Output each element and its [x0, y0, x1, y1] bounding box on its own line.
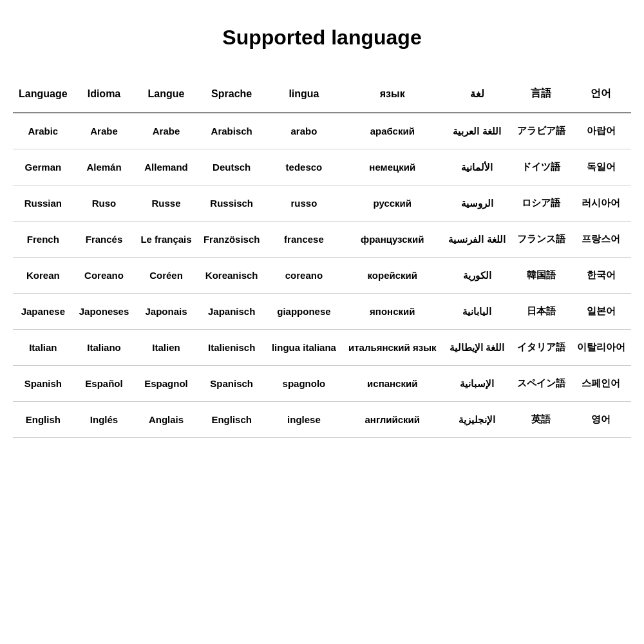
cell-spanish: Alemán: [73, 149, 135, 185]
cell-spanish: Japoneses: [73, 294, 135, 330]
cell-german: Französisch: [198, 222, 266, 258]
cell-english: German: [13, 149, 73, 185]
header-korean: 언어: [571, 75, 631, 113]
language-table: Language Idioma Langue Sprache lingua яз…: [13, 75, 631, 438]
cell-arabic: الإنجليزية: [442, 402, 511, 438]
cell-french: Anglais: [135, 402, 197, 438]
header-russian: язык: [342, 75, 442, 113]
cell-french: Japonais: [135, 294, 197, 330]
cell-spanish: Francés: [73, 222, 135, 258]
cell-japanese: ロシア語: [511, 185, 571, 222]
cell-french: Russe: [135, 185, 197, 222]
cell-french: Coréen: [135, 258, 197, 294]
cell-german: Italienisch: [198, 330, 266, 366]
cell-italian: russo: [266, 185, 343, 222]
table-row: EnglishInglésAnglaisEnglischingleseангли…: [13, 402, 631, 438]
cell-arabic: الكورية: [442, 258, 511, 294]
table-row: KoreanCoreanoCoréenKoreanischcoreanoкоре…: [13, 258, 631, 294]
cell-french: Arabe: [135, 113, 197, 149]
cell-russian: французский: [342, 222, 442, 258]
cell-arabic: اللغة الإيطالية: [442, 330, 511, 366]
cell-arabic: اليابانية: [442, 294, 511, 330]
cell-russian: немецкий: [342, 149, 442, 185]
header-arabic: لغة: [442, 75, 511, 113]
cell-korean: 영어: [571, 402, 631, 438]
cell-arabic: الروسية: [442, 185, 511, 222]
cell-german: Russisch: [198, 185, 266, 222]
cell-japanese: スペイン語: [511, 366, 571, 402]
cell-english: Japanese: [13, 294, 73, 330]
cell-korean: 이탈리아어: [571, 330, 631, 366]
cell-german: Japanisch: [198, 294, 266, 330]
cell-french: Italien: [135, 330, 197, 366]
cell-japanese: イタリア語: [511, 330, 571, 366]
cell-italian: spagnolo: [266, 366, 343, 402]
page-title: Supported language: [222, 26, 421, 50]
table-row: JapaneseJaponesesJaponaisJapanischgiappo…: [13, 294, 631, 330]
cell-russian: арабский: [342, 113, 442, 149]
cell-spanish: Inglés: [73, 402, 135, 438]
header-french: Langue: [135, 75, 197, 113]
cell-japanese: 英語: [511, 402, 571, 438]
cell-russian: испанский: [342, 366, 442, 402]
cell-arabic: الإسبانية: [442, 366, 511, 402]
cell-korean: 한국어: [571, 258, 631, 294]
cell-korean: 프랑스어: [571, 222, 631, 258]
cell-italian: francese: [266, 222, 343, 258]
cell-italian: arabo: [266, 113, 343, 149]
cell-german: Koreanisch: [198, 258, 266, 294]
header-spanish: Idioma: [73, 75, 135, 113]
header-italian: lingua: [266, 75, 343, 113]
cell-korean: 스페인어: [571, 366, 631, 402]
table-row: SpanishEspañolEspagnolSpanischspagnoloис…: [13, 366, 631, 402]
header-english: Language: [13, 75, 73, 113]
cell-korean: 러시아어: [571, 185, 631, 222]
cell-spanish: Italiano: [73, 330, 135, 366]
cell-english: Arabic: [13, 113, 73, 149]
cell-russian: русский: [342, 185, 442, 222]
cell-russian: итальянский язык: [342, 330, 442, 366]
cell-italian: coreano: [266, 258, 343, 294]
cell-korean: 일본어: [571, 294, 631, 330]
cell-italian: giapponese: [266, 294, 343, 330]
table-row: FrenchFrancésLe françaisFranzösischfranc…: [13, 222, 631, 258]
cell-spanish: Coreano: [73, 258, 135, 294]
cell-french: Le français: [135, 222, 197, 258]
cell-english: French: [13, 222, 73, 258]
cell-japanese: フランス語: [511, 222, 571, 258]
cell-korean: 아랍어: [571, 113, 631, 149]
cell-japanese: ドイツ語: [511, 149, 571, 185]
cell-russian: английский: [342, 402, 442, 438]
cell-russian: корейский: [342, 258, 442, 294]
cell-arabic: الألمانية: [442, 149, 511, 185]
cell-german: Englisch: [198, 402, 266, 438]
table-header-row: Language Idioma Langue Sprache lingua яз…: [13, 75, 631, 113]
cell-english: Italian: [13, 330, 73, 366]
cell-spanish: Arabe: [73, 113, 135, 149]
cell-arabic: اللغة الفرنسية: [442, 222, 511, 258]
table-row: GermanAlemánAllemandDeutschtedescoнемецк…: [13, 149, 631, 185]
cell-italian: inglese: [266, 402, 343, 438]
table-row: ItalianItalianoItalienItalienischlingua …: [13, 330, 631, 366]
table-row: RussianRusoRusseRussischrussoрусскийالرو…: [13, 185, 631, 222]
cell-english: Russian: [13, 185, 73, 222]
cell-spanish: Español: [73, 366, 135, 402]
cell-spanish: Ruso: [73, 185, 135, 222]
header-japanese: 言語: [511, 75, 571, 113]
header-german: Sprache: [198, 75, 266, 113]
table-row: ArabicArabeArabeArabischaraboарабскийالل…: [13, 113, 631, 149]
cell-german: Deutsch: [198, 149, 266, 185]
cell-german: Spanisch: [198, 366, 266, 402]
cell-english: English: [13, 402, 73, 438]
cell-russian: японский: [342, 294, 442, 330]
cell-french: Espagnol: [135, 366, 197, 402]
cell-arabic: اللغة العربية: [442, 113, 511, 149]
cell-japanese: 韓国語: [511, 258, 571, 294]
cell-italian: lingua italiana: [266, 330, 343, 366]
cell-italian: tedesco: [266, 149, 343, 185]
cell-english: Korean: [13, 258, 73, 294]
cell-english: Spanish: [13, 366, 73, 402]
cell-french: Allemand: [135, 149, 197, 185]
cell-german: Arabisch: [198, 113, 266, 149]
cell-japanese: アラビア語: [511, 113, 571, 149]
